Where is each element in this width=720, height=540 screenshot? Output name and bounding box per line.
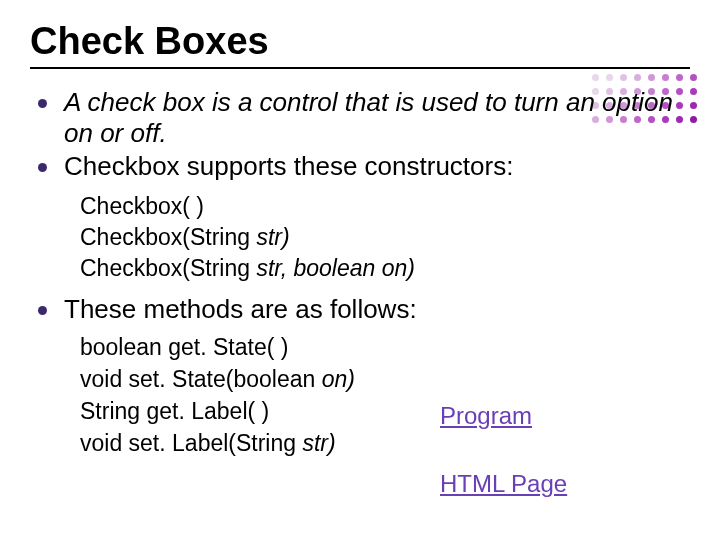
- dot: [690, 88, 697, 95]
- method-line: void set. State(boolean on): [80, 363, 690, 395]
- dot: [648, 74, 655, 81]
- method-line: String get. Label( ): [80, 395, 690, 427]
- slide-title: Check Boxes: [30, 20, 690, 63]
- constructor-line: Checkbox(String str): [80, 222, 690, 253]
- bullet-list-2: These methods are as follows:: [30, 294, 690, 325]
- method-text: boolean get. State( ): [80, 334, 288, 360]
- constructor-line: Checkbox(String str, boolean on): [80, 253, 690, 284]
- bullet-item-methods: These methods are as follows:: [30, 294, 690, 325]
- ctor-prefix: Checkbox(String: [80, 255, 256, 281]
- program-link[interactable]: Program: [440, 402, 532, 430]
- method-text: String get. Label( ): [80, 398, 269, 424]
- bullet-text: These methods are as follows:: [64, 294, 417, 324]
- dot: [676, 74, 683, 81]
- dot: [690, 102, 697, 109]
- bullet-item-constructors: Checkbox supports these constructors:: [30, 151, 690, 182]
- bullet-text: Checkbox supports these constructors:: [64, 151, 513, 181]
- dot: [690, 116, 697, 123]
- constructor-line: Checkbox( ): [80, 191, 690, 222]
- html-page-link[interactable]: HTML Page: [440, 470, 567, 498]
- bullet-list: A check box is a control that is used to…: [30, 87, 690, 183]
- dot: [592, 74, 599, 81]
- slide: Check Boxes A check box is a control tha…: [0, 0, 720, 540]
- bullet-item-definition: A check box is a control that is used to…: [30, 87, 690, 149]
- title-underline: [30, 67, 690, 69]
- method-prefix: void set. State(boolean: [80, 366, 322, 392]
- ctor-prefix: Checkbox(String: [80, 224, 256, 250]
- method-arg: str): [302, 430, 335, 456]
- ctor-arg: str): [256, 224, 289, 250]
- constructor-list: Checkbox( ) Checkbox(String str) Checkbo…: [30, 191, 690, 284]
- dot: [662, 74, 669, 81]
- ctor-text: Checkbox( ): [80, 193, 204, 219]
- dot: [690, 74, 697, 81]
- ctor-arg: str, boolean on): [256, 255, 415, 281]
- dot: [634, 74, 641, 81]
- method-line: void set. Label(String str): [80, 427, 690, 459]
- dot: [620, 74, 627, 81]
- method-prefix: void set. Label(String: [80, 430, 302, 456]
- methods-list: boolean get. State( ) void set. State(bo…: [30, 331, 690, 460]
- method-line: boolean get. State( ): [80, 331, 690, 363]
- dot: [606, 74, 613, 81]
- bullet-text: A check box is a control that is used to…: [64, 87, 673, 148]
- method-arg: on): [322, 366, 355, 392]
